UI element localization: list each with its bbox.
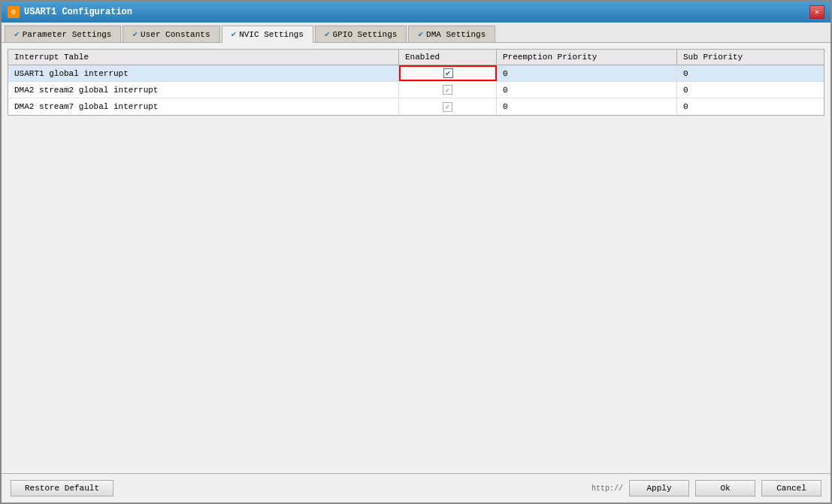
tab-label: GPIO Settings	[333, 30, 398, 39]
cell-interrupt-name: DMA2 stream7 global interrupt	[8, 98, 399, 115]
window-title: USART1 Configuration	[24, 7, 132, 17]
cell-interrupt-name: DMA2 stream2 global interrupt	[8, 82, 399, 98]
tab-label: Parameter Settings	[23, 30, 112, 39]
cell-interrupt-name: USART1 global interrupt	[8, 65, 399, 81]
cell-preemption-priority: 0	[497, 98, 677, 115]
empty-area	[8, 116, 824, 401]
tab-check-icon: ✔	[14, 29, 20, 39]
window-icon: ⚙	[8, 6, 20, 18]
table-row: DMA2 stream7 global interrupt ✔ 0 0	[8, 98, 824, 115]
col-interrupt-table: Interrupt Table	[8, 50, 399, 65]
tab-check-icon: ✔	[231, 29, 237, 39]
table-header: Interrupt Table Enabled Preemption Prior…	[8, 50, 824, 65]
footer: Restore Default http:// Apply Ok Cancel	[2, 473, 830, 502]
tab-bar: ✔ Parameter Settings ✔ User Constants ✔ …	[2, 23, 830, 43]
col-enabled: Enabled	[399, 50, 497, 65]
cell-preemption-priority: 0	[497, 65, 677, 81]
footer-left: Restore Default	[11, 480, 113, 496]
tab-dma-settings[interactable]: ✔ DMA Settings	[408, 26, 495, 42]
checkbox-dma2-stream2[interactable]: ✔	[443, 85, 452, 95]
cell-sub-priority: 0	[677, 98, 812, 115]
tab-label: NVIC Settings	[239, 30, 304, 39]
cell-sub-priority: 0	[677, 65, 812, 81]
apply-button[interactable]: Apply	[629, 480, 689, 496]
tab-check-icon: ✔	[132, 29, 138, 39]
tab-label: User Constants	[141, 30, 210, 39]
cell-preemption-priority: 0	[497, 82, 677, 98]
tab-label: DMA Settings	[426, 30, 486, 39]
footer-right: http:// Apply Ok Cancel	[591, 480, 821, 496]
ok-button[interactable]: Ok	[695, 480, 755, 496]
cell-enabled-highlighted: ✔	[399, 65, 497, 81]
close-button[interactable]: ✕	[809, 5, 824, 19]
tab-check-icon: ✔	[325, 29, 330, 39]
col-preemption-priority: Preemption Priority	[497, 50, 677, 65]
tab-nvic-settings[interactable]: ✔ NVIC Settings	[222, 26, 313, 43]
title-bar-buttons: ✕	[809, 5, 824, 19]
cell-sub-priority: 0	[677, 82, 812, 98]
checkbox-dma2-stream7[interactable]: ✔	[443, 102, 452, 112]
checkbox-usart1[interactable]: ✔	[443, 68, 453, 78]
footer-url: http://	[591, 484, 623, 493]
main-content: Interrupt Table Enabled Preemption Prior…	[2, 43, 830, 473]
main-window: ⚙ USART1 Configuration ✕ ✔ Parameter Set…	[0, 0, 832, 504]
cell-enabled: ✔	[399, 98, 497, 115]
tab-parameter-settings[interactable]: ✔ Parameter Settings	[5, 26, 121, 42]
nvic-table: Interrupt Table Enabled Preemption Prior…	[8, 49, 824, 116]
title-bar-left: ⚙ USART1 Configuration	[8, 6, 132, 18]
col-sub-priority: Sub Priority	[677, 50, 812, 65]
tab-check-icon: ✔	[418, 29, 423, 39]
cancel-button[interactable]: Cancel	[761, 480, 821, 496]
tab-user-constants[interactable]: ✔ User Constants	[123, 26, 219, 42]
tab-gpio-settings[interactable]: ✔ GPIO Settings	[315, 26, 407, 42]
restore-default-button[interactable]: Restore Default	[11, 480, 113, 496]
table-row: DMA2 stream2 global interrupt ✔ 0 0	[8, 82, 824, 98]
title-bar: ⚙ USART1 Configuration ✕	[2, 2, 830, 23]
cell-enabled: ✔	[399, 82, 497, 98]
table-row: USART1 global interrupt ✔ 0 0	[8, 65, 824, 82]
